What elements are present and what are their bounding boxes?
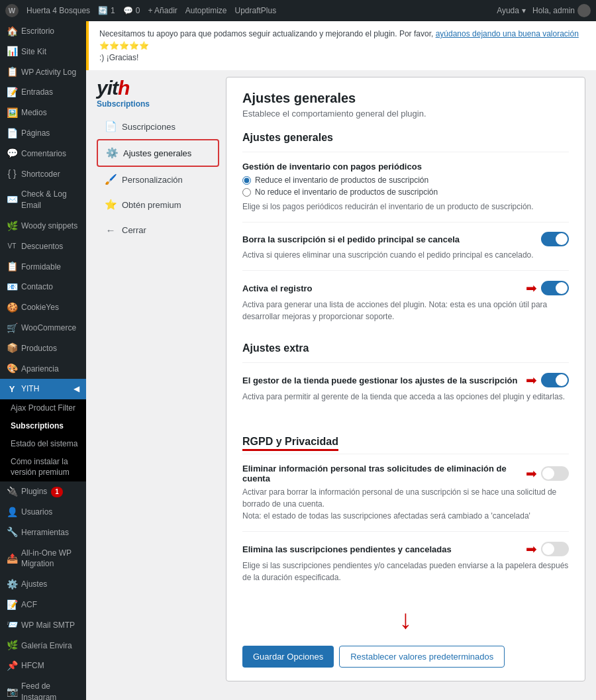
sidebar-label-escritorio: Escritorio [21, 26, 54, 37]
nav-item-ajustes-generales[interactable]: ⚙️ Ajustes generales [97, 139, 219, 167]
row-gestor-tienda: El gestor de la tienda puede gestionar l… [242, 362, 569, 412]
sidebar-item-sitekit[interactable]: 📊 Site Kit [0, 42, 86, 62]
usuarios-icon: 👤 [7, 507, 17, 517]
sidebar-label-comentarios: Comentarios [21, 148, 66, 160]
toggle-eliminar-info[interactable] [541, 466, 569, 481]
sidebar-item-shortcoder[interactable]: { } Shortcoder [0, 164, 86, 185]
sidebar-item-herramientas[interactable]: 🔧 Herramientas [0, 523, 86, 543]
update-icon: 🔄 [98, 6, 108, 15]
sidebar-submenu-ajax[interactable]: Ajax Product Filter [0, 399, 86, 417]
notice-thanks: :) ¡Gracias! [99, 53, 138, 62]
sidebar-item-contacto[interactable]: 📧 Contacto [0, 277, 86, 297]
down-arrow-container: ↓ [242, 606, 569, 632]
comentarios-icon: 💬 [7, 148, 17, 159]
sidebar-item-acf[interactable]: 📝 ACF [0, 595, 86, 615]
medios-icon: 🖼️ [7, 108, 17, 119]
button-group: Guardar Opciones Restablecer valores pre… [242, 646, 569, 668]
radio-reduce[interactable]: Reduce el inventario de productos de sus… [242, 175, 569, 185]
plugin-logo: yith Subscriptions [97, 77, 219, 109]
comments-count: 0 [136, 6, 140, 15]
sidebar-item-feed-instagram[interactable]: 📷 Feed de Instagram [0, 676, 86, 700]
sidebar-item-descuentos[interactable]: VT Descuentos [0, 236, 86, 257]
site-name[interactable]: Huerta 4 Bosques [26, 6, 90, 15]
paginas-icon: 📄 [7, 128, 17, 138]
sidebar-label-galeria: Galería Envira [21, 640, 72, 652]
sidebar-submenu-instalar[interactable]: Cómo instalar la versión premium [0, 453, 86, 482]
settings-title: Ajustes generales [242, 91, 569, 106]
sidebar-item-wpmail[interactable]: 📨 WP Mail SMTP [0, 615, 86, 636]
nav-premium-label: Obtén premium [122, 200, 181, 210]
save-button[interactable]: Guardar Opciones [242, 646, 334, 668]
nav-cerrar-label: Cerrar [122, 225, 146, 235]
autoptimize-item[interactable]: Autoptimize [185, 6, 227, 15]
sidebar-item-comentarios[interactable]: 💬 Comentarios [0, 144, 86, 164]
radio-reduce-input[interactable] [242, 176, 251, 185]
sidebar-item-plugins[interactable]: 🔌 Plugins 1 [0, 481, 86, 502]
row-registro-label: Activa el registro [242, 283, 313, 293]
toggle-gestor[interactable] [541, 373, 569, 387]
toggle-eliminar-sus[interactable] [541, 542, 569, 556]
radio-no-reduce-input[interactable] [242, 188, 251, 197]
nav-suscripciones-label: Suscripciones [122, 122, 175, 132]
sidebar-submenu-estado[interactable]: Estado del sistema [0, 435, 86, 453]
sidebar-item-cookieyes[interactable]: 🍪 CookieYes [0, 297, 86, 318]
sidebar-label-plugins: Plugins [21, 486, 47, 497]
notice-link[interactable]: ayúdanos dejando una buena valoración [436, 29, 579, 38]
plugin-nav: yith Subscriptions 📄 Suscripciones ⚙️ Aj… [97, 77, 219, 681]
eliminar-info-red-arrow: ➡ [526, 466, 537, 481]
toggle-registro[interactable] [541, 281, 569, 295]
nav-cerrar-icon: ← [105, 224, 117, 236]
comments-item[interactable]: 💬 0 [123, 6, 140, 15]
row-gestion-inventario: Gestión de inventario con pagos periódic… [242, 152, 569, 222]
sidebar-item-formidable[interactable]: 📋 Formidable [0, 257, 86, 277]
galeria-icon: 🌿 [7, 640, 17, 651]
help-item[interactable]: Ayuda ▾ [497, 6, 526, 15]
sidebar-item-galeria[interactable]: 🌿 Galería Envira [0, 636, 86, 656]
cookieyes-icon: 🍪 [7, 303, 17, 313]
sidebar-label-woody: Woody snippets [21, 221, 77, 232]
sidebar-label-apariencia: Apariencia [21, 364, 59, 375]
sidebar-submenu-subscriptions[interactable]: Subscriptions [0, 417, 86, 435]
sidebar-item-entradas[interactable]: 📝 Entradas [0, 82, 86, 103]
toggle-borra[interactable] [541, 232, 569, 246]
notice-stars: ⭐⭐⭐⭐⭐ [99, 41, 149, 50]
radio-reduce-label: Reduce el inventario de productos de sus… [255, 175, 428, 185]
yith-logo-text: yith [97, 77, 219, 99]
sidebar-item-medios[interactable]: 🖼️ Medios [0, 103, 86, 123]
woocommerce-icon: 🛒 [7, 323, 17, 333]
sidebar-item-allinone[interactable]: 📤 All-in-One WP Migration [0, 543, 86, 575]
toggle-borra-slider [541, 232, 569, 246]
sidebar-item-apariencia[interactable]: 🎨 Apariencia [0, 359, 86, 379]
eliminar-sus-red-arrow: ➡ [526, 541, 537, 557]
updates-item[interactable]: 🔄 1 [98, 6, 115, 15]
sidebar-item-ajustes[interactable]: ⚙️ Ajustes [0, 574, 86, 595]
nav-item-personalizacion[interactable]: 🖌️ Personalización [97, 167, 219, 192]
nav-item-cerrar[interactable]: ← Cerrar [97, 217, 219, 242]
sidebar-item-paginas[interactable]: 📄 Páginas [0, 123, 86, 144]
row-gestor-label: El gestor de la tienda puede gestionar l… [242, 375, 517, 385]
nav-personalizacion-label: Personalización [122, 175, 183, 185]
reset-button[interactable]: Restablecer valores predeterminados [339, 646, 505, 668]
sidebar-item-checklog[interactable]: ✉️ Check & Log Email [0, 184, 86, 216]
sidebar-item-woocommerce[interactable]: 🛒 WooCommerce [0, 318, 86, 338]
sidebar-item-escritorio[interactable]: 🏠 Escritorio [0, 21, 86, 42]
notice-text: Necesitamos tu apoyo para que podamos se… [99, 29, 433, 38]
add-new-item[interactable]: + Añadir [148, 6, 177, 15]
sidebar-item-yith[interactable]: Y YITH ◀ [0, 379, 86, 399]
sidebar-item-usuarios[interactable]: 👤 Usuarios [0, 502, 86, 523]
sidebar-item-wpactivity[interactable]: 📋 WP Activity Log [0, 62, 86, 83]
help-label: Ayuda [497, 6, 519, 15]
sidebar-item-productos[interactable]: 📦 Productos [0, 338, 86, 359]
updraftplus-item[interactable]: UpdraftPlus [235, 6, 277, 15]
radio-no-reduce[interactable]: No reduce el inventario de productos de … [242, 187, 569, 197]
instagram-icon: 📷 [7, 687, 17, 697]
sidebar-label-medios: Medios [21, 107, 47, 119]
nav-item-suscripciones[interactable]: 📄 Suscripciones [97, 114, 219, 139]
entradas-icon: 📝 [7, 87, 17, 98]
nav-item-premium[interactable]: ⭐ Obtén premium [97, 192, 219, 217]
row-eliminar-sus-label: Elimina las suscripciones pendientes y c… [242, 544, 452, 554]
sidebar-item-woody[interactable]: 🌿 Woody snippets [0, 216, 86, 236]
admin-bar-right: Ayuda ▾ Hola, admin [497, 4, 591, 17]
admin-greeting[interactable]: Hola, admin [532, 4, 591, 17]
sidebar-item-hfcm[interactable]: 📌 HFCM [0, 656, 86, 676]
